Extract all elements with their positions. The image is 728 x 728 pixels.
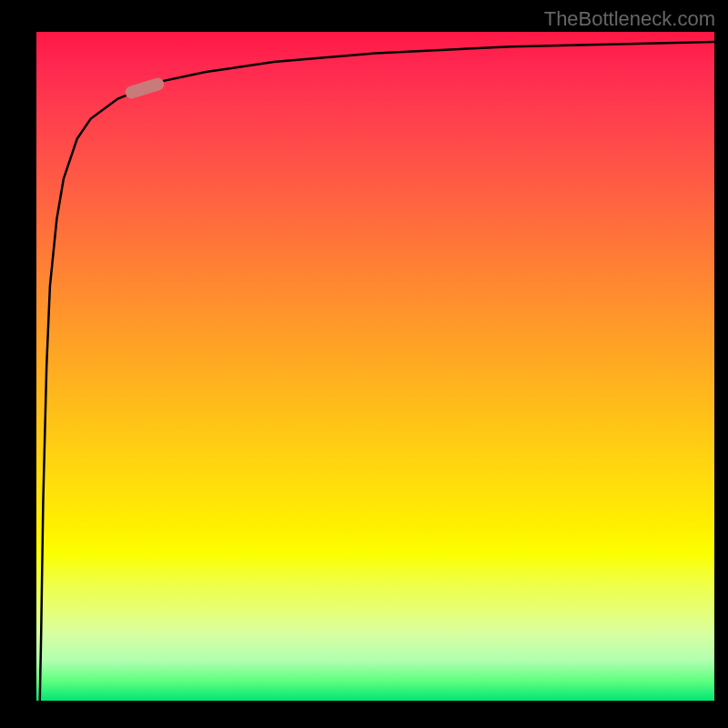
curve-line: [36, 32, 714, 701]
watermark-text: TheBottleneck.com: [544, 7, 715, 31]
chart-area: [36, 32, 714, 701]
